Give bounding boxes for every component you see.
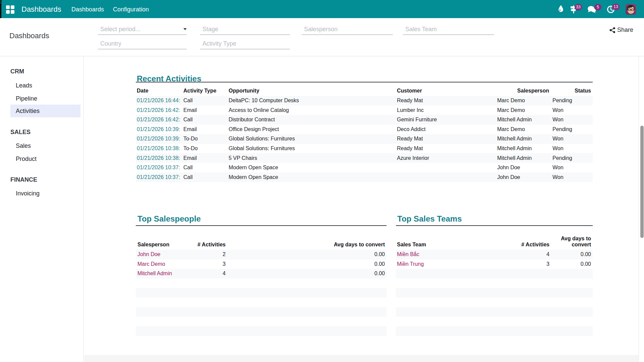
- cell-salesperson: [136, 298, 186, 307]
- sidebar: CRM Leads Pipeline Activities SALES Sale…: [0, 56, 84, 362]
- filter-country-input[interactable]: [98, 39, 187, 49]
- window-edge-strip: [0, 3, 1, 18]
- cell-date[interactable]: 01/21/2026 10:37:: [136, 163, 183, 173]
- cell-activities: [463, 269, 549, 279]
- table-row: 01/21/2026 16:42:CallDistributor Contrac…: [136, 115, 593, 125]
- filter-period-input[interactable]: [98, 24, 187, 35]
- sidebar-item-invoicing[interactable]: Invoicing: [10, 187, 80, 200]
- cell-activities: [463, 298, 549, 307]
- filter-salesperson-input[interactable]: [302, 24, 393, 35]
- cell-activities: [463, 307, 549, 317]
- cell-activities: [186, 298, 226, 307]
- cell-activities: [463, 326, 549, 336]
- cell-date[interactable]: 01/21/2026 16:44:: [136, 96, 183, 106]
- table-row: 01/21/2026 10:38:To-DoGlobal Solutions: …: [136, 144, 593, 154]
- chat-badge: 5: [594, 4, 601, 10]
- filter-stage[interactable]: [200, 24, 290, 35]
- sidebar-item-sales[interactable]: Sales: [10, 139, 80, 152]
- filter-activity-type-input[interactable]: [200, 39, 290, 49]
- filter-stage-input[interactable]: [200, 24, 290, 35]
- table-row-empty: [136, 326, 387, 336]
- cell-activities: 2: [186, 250, 226, 259]
- cell-salesperson: Marc Demo: [497, 106, 552, 115]
- cell-activities: 4: [186, 269, 226, 279]
- filter-salesperson[interactable]: [302, 24, 393, 35]
- filter-period[interactable]: [98, 24, 187, 35]
- user-avatar[interactable]: [626, 4, 636, 15]
- cell-salesperson[interactable]: Mitchell Admin: [136, 269, 186, 279]
- cell-activities: [463, 317, 549, 326]
- cell-activity-type: Call: [183, 163, 229, 173]
- share-button[interactable]: Share: [609, 26, 633, 34]
- filter-activity-type[interactable]: [200, 39, 290, 49]
- sidebar-item-pipeline[interactable]: Pipeline: [10, 92, 80, 105]
- cell-status: Won: [552, 163, 593, 173]
- cell-status: Won: [552, 134, 593, 144]
- cell-date[interactable]: 01/21/2026 10:38:: [136, 153, 183, 163]
- sidebar-item-product[interactable]: Product: [10, 153, 80, 165]
- cell-date[interactable]: 01/21/2026 10:39:: [136, 125, 183, 134]
- table-row-empty: [396, 326, 593, 336]
- cell-salesperson: Marc Demo: [497, 96, 552, 106]
- column-header-avg-days-to-convert: Avg days to convert: [549, 226, 593, 250]
- app-brand[interactable]: Dashboards: [21, 0, 61, 19]
- cell-avg-days-to-convert: [226, 279, 387, 288]
- cell-date[interactable]: 01/21/2026 16:42:: [136, 106, 183, 115]
- table-row: Miền Bắc40.00: [396, 250, 593, 259]
- cell-sales-team[interactable]: Miền Trung: [396, 259, 463, 269]
- cell-date[interactable]: 01/21/2026 10:39:: [136, 134, 183, 144]
- column-header-activities: # Activities: [186, 226, 226, 250]
- sidebar-item-leads[interactable]: Leads: [10, 79, 80, 92]
- apps-grid-icon[interactable]: [6, 5, 14, 13]
- table-row: Miền Trung30.00: [396, 259, 593, 269]
- cell-date[interactable]: 01/21/2026 10:37:: [136, 172, 183, 182]
- filter-sales-team[interactable]: [403, 24, 494, 35]
- cell-activities: [186, 317, 226, 326]
- table-row-empty: [136, 317, 387, 326]
- cell-avg-days-to-convert: [549, 288, 593, 298]
- table-row-empty: [396, 317, 593, 326]
- signpost-badge: 33: [575, 4, 582, 10]
- cell-status: Won: [552, 115, 593, 125]
- sidebar-item-activities[interactable]: Activities: [10, 105, 80, 117]
- column-header-activity-type: Activity Type: [183, 82, 229, 96]
- sidebar-section-sales: SALES: [10, 129, 31, 136]
- cell-avg-days-to-convert: [226, 317, 387, 326]
- vertical-scrollbar[interactable]: [639, 56, 644, 362]
- cell-salesperson: Marc Demo: [497, 125, 552, 134]
- cell-date[interactable]: 01/21/2026 16:42:: [136, 115, 183, 125]
- table-row: 01/21/2026 16:42:EmailAccess to Online C…: [136, 106, 593, 115]
- cell-avg-days-to-convert: [226, 326, 387, 336]
- cell-customer: Ready Mat: [397, 144, 497, 154]
- cell-avg-days-to-convert: [226, 307, 387, 317]
- cell-avg-days-to-convert: 0.00: [226, 250, 387, 259]
- cell-salesperson: John Doe: [497, 163, 552, 173]
- scrollbar-thumb[interactable]: [640, 126, 644, 238]
- table-row-empty: [396, 269, 593, 279]
- cell-avg-days-to-convert: 0.00: [226, 259, 387, 269]
- nav-menu-configuration[interactable]: Configuration: [113, 0, 149, 19]
- cell-activity-type: To-Do: [183, 144, 229, 154]
- filter-sales-team-input[interactable]: [403, 24, 494, 35]
- cell-salesperson: [136, 307, 186, 317]
- footer-strip: [84, 355, 639, 362]
- clock-badge: 13: [612, 4, 620, 10]
- cell-sales-team: [396, 269, 463, 279]
- filter-country[interactable]: [98, 39, 187, 49]
- cell-salesperson[interactable]: Marc Demo: [136, 259, 186, 269]
- cell-avg-days-to-convert: [549, 317, 593, 326]
- cell-avg-days-to-convert: [549, 307, 593, 317]
- nav-menu-dashboards[interactable]: Dashboards: [71, 0, 104, 19]
- cell-status: Pending: [552, 125, 593, 134]
- cell-date[interactable]: 01/21/2026 10:38:: [136, 144, 183, 154]
- cell-sales-team: [396, 307, 463, 317]
- cell-opportunity: Global Solutions: Furnitures: [229, 144, 397, 154]
- cell-sales-team: [396, 326, 463, 336]
- cell-status: Won: [552, 144, 593, 154]
- recent-activities-table: DateActivity TypeOpportunityCustomerSale…: [136, 82, 593, 182]
- table-row-empty: [396, 298, 593, 307]
- cell-salesperson[interactable]: John Doe: [136, 250, 186, 259]
- cell-sales-team[interactable]: Miền Bắc: [396, 250, 463, 259]
- cell-opportunity: 5 VP Chairs: [229, 153, 397, 163]
- cell-activities: 3: [463, 259, 549, 269]
